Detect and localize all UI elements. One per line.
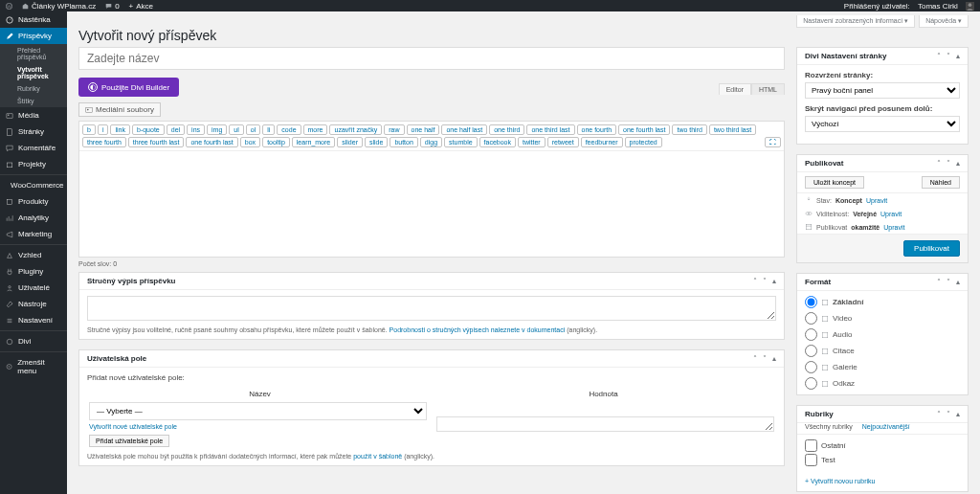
menu-woocommerce[interactable]: WooCommerce xyxy=(0,177,67,193)
quicktag-stumble[interactable]: stumble xyxy=(444,137,478,147)
help-button[interactable]: Nápověda ▾ xyxy=(919,15,969,28)
text-tab[interactable]: HTML xyxy=(751,83,785,95)
quicktag-retweet[interactable]: retweet xyxy=(547,137,579,147)
user-account[interactable]: Přihlášený uživatel: Tomas Cirkl xyxy=(844,2,974,11)
menu-tools[interactable]: Nástroje xyxy=(0,296,67,312)
quicktag-one-half-last[interactable]: one half last xyxy=(441,124,487,135)
quicktag-one-third[interactable]: one third xyxy=(489,124,524,135)
move-up-icon[interactable]: ˄ xyxy=(937,278,941,286)
toggle-icon[interactable]: ▴ xyxy=(956,410,960,418)
menu-collapse[interactable]: Zmenšit menu xyxy=(0,354,67,379)
screen-options-button[interactable]: Nastavení zobrazených informací ▾ xyxy=(796,15,915,28)
excerpt-textarea[interactable] xyxy=(87,296,776,321)
menu-appearance[interactable]: Vzhled xyxy=(0,247,67,263)
cf-doc-link[interactable]: použít v šabloně xyxy=(353,453,402,460)
site-name[interactable]: Články WPlama.cz xyxy=(22,2,96,11)
quicktag-li[interactable]: li xyxy=(262,124,275,135)
quicktag-slider[interactable]: slider xyxy=(337,137,363,147)
quicktag-one-fourth-last[interactable]: one fourth last xyxy=(186,137,237,147)
quicktag-learn_more[interactable]: learn_more xyxy=(292,137,335,147)
menu-settings[interactable]: Nastavení xyxy=(0,312,67,328)
submenu-categories[interactable]: Rubriky xyxy=(0,82,67,95)
quicktag-tooltip[interactable]: tooltip xyxy=(262,137,290,147)
quicktag-button[interactable]: button xyxy=(390,137,417,147)
move-down-icon[interactable]: ˅ xyxy=(947,278,950,286)
menu-projects[interactable]: Projekty xyxy=(0,156,67,172)
quicktag-ol[interactable]: ol xyxy=(246,124,260,135)
cat-tab-popular[interactable]: Nejpoužívanější xyxy=(862,423,910,430)
menu-users[interactable]: Uživatelé xyxy=(0,280,67,296)
quicktag-ul[interactable]: ul xyxy=(229,124,243,135)
nav-select[interactable]: Výchozí xyxy=(805,116,960,132)
format-option-2[interactable]: Audio xyxy=(797,326,968,343)
quicktag-one-fourth[interactable]: one fourth xyxy=(577,124,617,135)
quicktag-b-quote[interactable]: b-quote xyxy=(132,124,165,135)
format-option-0[interactable]: Základní xyxy=(797,294,968,310)
submenu-tags[interactable]: Štítky xyxy=(0,95,67,107)
menu-products[interactable]: Produkty xyxy=(0,193,67,210)
menu-analytics[interactable]: Analytiky xyxy=(0,210,67,226)
cf-value-input[interactable] xyxy=(436,416,774,432)
quicktag-one-fourth-last[interactable]: one fourth last xyxy=(618,124,670,135)
quicktag-box[interactable]: box xyxy=(240,137,260,147)
submenu-new-post[interactable]: Vytvořit příspěvek xyxy=(0,63,67,82)
toggle-icon[interactable]: ▴ xyxy=(772,277,776,285)
content-editor[interactable] xyxy=(79,151,784,257)
layout-select[interactable]: Pravý boční panel xyxy=(805,82,960,99)
move-up-icon[interactable]: ˄ xyxy=(937,52,941,60)
quicktag-ins[interactable]: ins xyxy=(187,124,205,135)
publish-button[interactable]: Publikovat xyxy=(903,240,960,257)
toggle-icon[interactable]: ▴ xyxy=(956,52,960,60)
quicktag-facebook[interactable]: facebook xyxy=(479,137,516,147)
cf-new-link[interactable]: Vytvořit nové uživatelské pole xyxy=(89,423,177,430)
edit-date-link[interactable]: Upravit xyxy=(883,224,904,231)
quicktag-raw[interactable]: raw xyxy=(384,124,404,135)
quicktag-three-fourth[interactable]: three fourth xyxy=(82,137,126,147)
quicktag-img[interactable]: img xyxy=(207,124,227,135)
comments-count[interactable]: 0 xyxy=(105,2,119,11)
quicktag-three-fourth-last[interactable]: three fourth last xyxy=(128,137,185,147)
menu-comments[interactable]: Komentáře xyxy=(0,140,67,156)
preview-button[interactable]: Náhled xyxy=(922,176,960,189)
cf-add-button[interactable]: Přidat uživatelské pole xyxy=(89,435,169,447)
quicktag-more[interactable]: more xyxy=(303,124,328,135)
edit-visibility-link[interactable]: Upravit xyxy=(880,211,902,217)
quicktag-feedburner[interactable]: feedburner xyxy=(581,137,623,147)
wp-logo[interactable] xyxy=(6,3,12,10)
quicktag-link[interactable]: link xyxy=(110,124,130,135)
quicktag-slide[interactable]: slide xyxy=(365,137,388,147)
format-option-5[interactable]: Odkaz xyxy=(797,375,968,392)
quicktag-digg[interactable]: digg xyxy=(420,137,442,147)
move-down-icon[interactable]: ˅ xyxy=(763,354,767,363)
move-up-icon[interactable]: ˄ xyxy=(937,410,941,418)
add-media-button[interactable]: Mediální soubory xyxy=(78,102,161,117)
move-up-icon[interactable]: ˄ xyxy=(753,354,757,363)
category-item-0[interactable]: Ostatní xyxy=(805,438,960,453)
toggle-icon[interactable]: ▴ xyxy=(772,354,776,363)
quicktag-b[interactable]: b xyxy=(82,124,96,135)
format-option-1[interactable]: Video xyxy=(797,310,968,326)
cf-name-select[interactable]: — Vyberte — xyxy=(89,402,427,420)
menu-posts[interactable]: Příspěvky xyxy=(0,28,67,44)
quicktag-del[interactable]: del xyxy=(167,124,185,135)
excerpt-doc-link[interactable]: Podrobnosti o stručných výpisech nalezne… xyxy=(390,326,566,333)
cat-tab-all[interactable]: Všechny rubriky xyxy=(805,423,853,430)
menu-marketing[interactable]: Marketing xyxy=(0,226,67,242)
quicktag-two-third[interactable]: two third xyxy=(672,124,706,135)
add-category-link[interactable]: + Vytvořit novou rubriku xyxy=(805,478,875,484)
menu-divi[interactable]: Divi xyxy=(0,333,67,349)
quicktag-twitter[interactable]: twitter xyxy=(518,137,546,147)
divi-builder-button[interactable]: ◐Použijte Divi Builder xyxy=(78,78,179,97)
quicktag-uzavřít-značky[interactable]: uzavřít značky xyxy=(329,124,382,135)
post-title-input[interactable] xyxy=(78,47,785,70)
quicktag-protected[interactable]: protected xyxy=(625,137,662,147)
move-up-icon[interactable]: ˄ xyxy=(937,159,941,168)
move-up-icon[interactable]: ˄ xyxy=(753,277,757,285)
menu-media[interactable]: Média xyxy=(0,107,67,124)
new-content[interactable]: + Akce xyxy=(129,2,153,11)
visual-tab[interactable]: Editor xyxy=(719,83,751,95)
menu-dashboard[interactable]: Nástěnka xyxy=(0,11,67,28)
format-option-4[interactable]: Galerie xyxy=(797,359,968,375)
fullscreen-icon[interactable]: ⛶ xyxy=(765,137,781,147)
move-down-icon[interactable]: ˅ xyxy=(947,410,950,418)
